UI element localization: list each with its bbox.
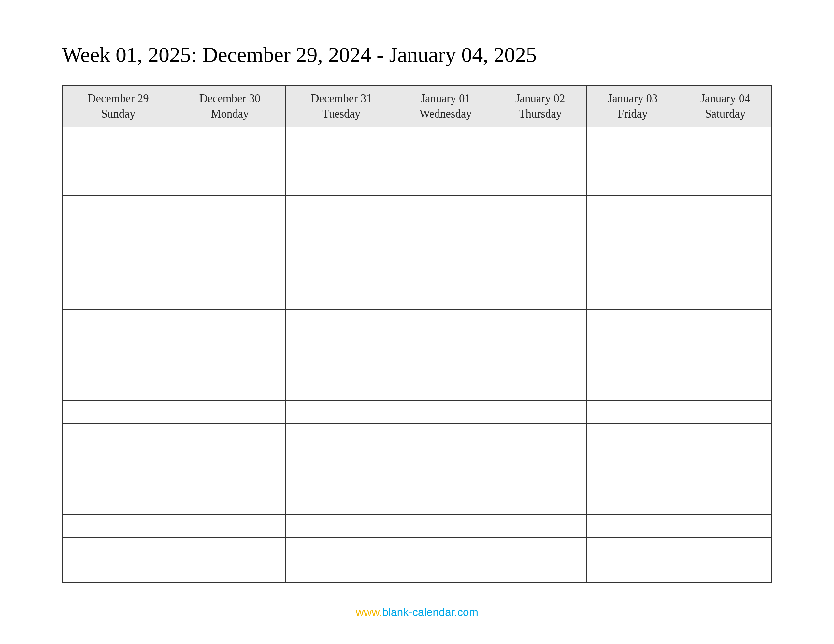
calendar-cell[interactable] [62,150,174,173]
calendar-cell[interactable] [679,515,772,537]
calendar-cell[interactable] [174,195,285,218]
calendar-cell[interactable] [174,150,285,173]
calendar-cell[interactable] [587,378,679,400]
calendar-cell[interactable] [286,423,397,446]
calendar-cell[interactable] [62,423,174,446]
calendar-cell[interactable] [494,400,587,423]
calendar-cell[interactable] [679,309,772,332]
calendar-cell[interactable] [174,173,285,195]
calendar-cell[interactable] [62,378,174,400]
calendar-cell[interactable] [679,355,772,378]
calendar-cell[interactable] [587,127,679,150]
calendar-cell[interactable] [174,492,285,515]
calendar-cell[interactable] [679,560,772,583]
calendar-cell[interactable] [174,378,285,400]
calendar-cell[interactable] [587,537,679,560]
calendar-cell[interactable] [62,492,174,515]
calendar-cell[interactable] [587,355,679,378]
calendar-cell[interactable] [397,332,494,355]
calendar-cell[interactable] [679,127,772,150]
calendar-cell[interactable] [174,355,285,378]
calendar-cell[interactable] [397,173,494,195]
calendar-cell[interactable] [62,264,174,287]
calendar-cell[interactable] [286,492,397,515]
calendar-cell[interactable] [286,309,397,332]
calendar-cell[interactable] [286,127,397,150]
calendar-cell[interactable] [174,241,285,264]
calendar-cell[interactable] [494,150,587,173]
calendar-cell[interactable] [494,332,587,355]
calendar-cell[interactable] [587,423,679,446]
calendar-cell[interactable] [174,332,285,355]
calendar-cell[interactable] [679,150,772,173]
calendar-cell[interactable] [286,560,397,583]
calendar-cell[interactable] [286,469,397,492]
calendar-cell[interactable] [679,218,772,241]
calendar-cell[interactable] [62,287,174,309]
calendar-cell[interactable] [174,218,285,241]
calendar-cell[interactable] [286,287,397,309]
calendar-cell[interactable] [397,287,494,309]
calendar-cell[interactable] [494,378,587,400]
calendar-cell[interactable] [587,218,679,241]
calendar-cell[interactable] [494,264,587,287]
calendar-cell[interactable] [286,355,397,378]
calendar-cell[interactable] [397,515,494,537]
calendar-cell[interactable] [679,195,772,218]
calendar-cell[interactable] [679,241,772,264]
calendar-cell[interactable] [62,309,174,332]
calendar-cell[interactable] [397,400,494,423]
calendar-cell[interactable] [397,537,494,560]
calendar-cell[interactable] [286,332,397,355]
calendar-cell[interactable] [679,537,772,560]
calendar-cell[interactable] [286,378,397,400]
calendar-cell[interactable] [679,332,772,355]
calendar-cell[interactable] [494,446,587,469]
calendar-cell[interactable] [174,127,285,150]
calendar-cell[interactable] [587,264,679,287]
calendar-cell[interactable] [494,469,587,492]
calendar-cell[interactable] [174,560,285,583]
calendar-cell[interactable] [62,218,174,241]
calendar-cell[interactable] [286,241,397,264]
calendar-cell[interactable] [62,127,174,150]
calendar-cell[interactable] [62,469,174,492]
calendar-cell[interactable] [494,492,587,515]
calendar-cell[interactable] [397,241,494,264]
calendar-cell[interactable] [494,309,587,332]
calendar-cell[interactable] [587,241,679,264]
calendar-cell[interactable] [587,515,679,537]
calendar-cell[interactable] [174,264,285,287]
calendar-cell[interactable] [494,560,587,583]
calendar-cell[interactable] [62,400,174,423]
calendar-cell[interactable] [587,150,679,173]
calendar-cell[interactable] [174,423,285,446]
calendar-cell[interactable] [286,446,397,469]
calendar-cell[interactable] [679,469,772,492]
footer-link[interactable]: www.blank-calendar.com [0,606,834,618]
calendar-cell[interactable] [397,355,494,378]
calendar-cell[interactable] [494,287,587,309]
calendar-cell[interactable] [587,492,679,515]
calendar-cell[interactable] [587,400,679,423]
calendar-cell[interactable] [494,127,587,150]
calendar-cell[interactable] [679,446,772,469]
calendar-cell[interactable] [397,492,494,515]
calendar-cell[interactable] [397,218,494,241]
calendar-cell[interactable] [174,309,285,332]
calendar-cell[interactable] [679,378,772,400]
calendar-cell[interactable] [62,355,174,378]
calendar-cell[interactable] [174,287,285,309]
calendar-cell[interactable] [587,173,679,195]
calendar-cell[interactable] [397,309,494,332]
calendar-cell[interactable] [494,195,587,218]
calendar-cell[interactable] [679,264,772,287]
calendar-cell[interactable] [494,173,587,195]
calendar-cell[interactable] [286,515,397,537]
calendar-cell[interactable] [62,446,174,469]
calendar-cell[interactable] [397,127,494,150]
calendar-cell[interactable] [397,446,494,469]
calendar-cell[interactable] [587,309,679,332]
calendar-cell[interactable] [587,469,679,492]
calendar-cell[interactable] [174,446,285,469]
